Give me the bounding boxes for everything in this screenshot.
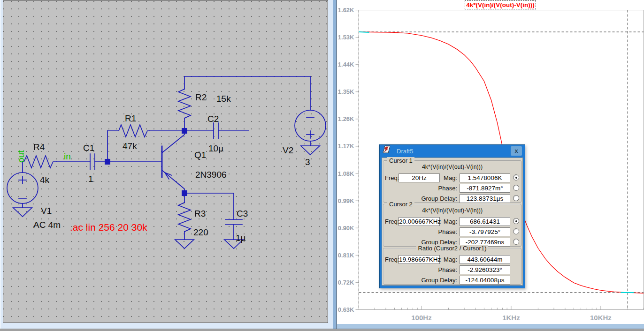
cursor1-phase-radio[interactable] (513, 185, 519, 191)
transistor-Q1-symbol[interactable] (162, 128, 184, 190)
cursor2-phase-field[interactable]: -3.797925° (460, 227, 510, 236)
capacitor-C2-symbol[interactable] (214, 123, 218, 139)
cursor2-mag-radio[interactable] (513, 218, 519, 224)
cursor2-group: Cursor 2 4k*(V(in)/(V(out)-V(in))) Freq:… (383, 204, 521, 247)
net-label-in[interactable]: in (64, 151, 71, 161)
y-tick-label: 0.81K (338, 252, 354, 259)
resistor-R2-symbol[interactable] (178, 89, 191, 118)
component-value-R4[interactable]: 4k (40, 175, 50, 185)
component-value-V1[interactable]: AC 4m (33, 220, 61, 230)
cursor2-mag-field[interactable]: 686.61431 (460, 217, 510, 226)
resistor-R3-symbol[interactable] (178, 203, 191, 232)
y-tick-label: 1.17K (338, 143, 354, 150)
y-tick-label: 0.72K (338, 279, 354, 286)
y-tick-label: 1.08K (338, 170, 354, 177)
cursor2-phase-radio[interactable] (513, 228, 519, 234)
freq-label: Freq: (385, 255, 397, 264)
y-tick-label: 0.99K (338, 197, 354, 204)
x-tick-label: 1KHz (502, 314, 520, 322)
cursor1-legend: Cursor 1 (387, 157, 414, 164)
capacitor-C3-symbol[interactable] (225, 219, 242, 225)
cursor1-marker[interactable] (359, 32, 369, 32)
cursor1-phase-field[interactable]: -871.8927m° (460, 184, 510, 193)
dialog-titlebar[interactable]: Draft5 x (382, 145, 523, 158)
voltage-source-V2-symbol[interactable] (295, 110, 326, 141)
y-tick-label: 1.35K (338, 88, 354, 95)
x-tick-label: 10KHz (590, 314, 612, 322)
pane-divider[interactable] (333, 0, 337, 329)
y-tick-label: 0.90K (338, 225, 354, 232)
freq-label: Freq: (385, 173, 397, 182)
dialog-title: Draft5 (397, 148, 413, 155)
group-delay-label: Group Delay: (402, 276, 457, 285)
component-ref-R4[interactable]: R4 (33, 142, 45, 152)
y-tick-label: 0.63K (338, 306, 354, 313)
y-tick-label: 1.44K (338, 61, 354, 68)
schematic-canvas[interactable]: outR44kinC11V1AC 4m.ac lin 256 20 30kR14… (3, 0, 328, 323)
resistor-R4-symbol[interactable] (23, 156, 57, 168)
resistor-R1-symbol[interactable] (107, 125, 150, 137)
ratio-legend: Ratio (Cursor2 / Cursor1) (416, 245, 489, 252)
cursor1-group: Cursor 1 4k*(V(in)/(V(out)-V(in))) Freq:… (383, 160, 521, 203)
cursor1-group-delay-field[interactable]: 123.83731µs (460, 194, 510, 203)
ground-symbol-r3[interactable] (175, 240, 194, 248)
y-tick-label: 1.62K (338, 7, 354, 14)
junction-collector-node[interactable] (182, 128, 187, 134)
y-tick-label: 1.26K (338, 115, 354, 122)
cursor2-group-delay-radio[interactable] (513, 239, 519, 245)
component-value-C1[interactable]: 1 (88, 174, 93, 184)
plot-trace-title[interactable]: 4k*(V(in)/(V(out)-V(in))) (465, 0, 536, 9)
ground-symbol-v2[interactable] (301, 146, 320, 155)
ratio-phase-field[interactable]: -2.9260323° (460, 265, 510, 274)
phase-label: Phase: (402, 227, 457, 236)
schematic-window-frame: outR44kinC11V1AC 4m.ac lin 256 20 30kR14… (0, 0, 328, 329)
component-value-R1[interactable]: 47k (123, 141, 137, 151)
dialog-content: Cursor 1 4k*(V(in)/(V(out)-V(in))) Freq:… (382, 158, 523, 286)
ratio-group-delay-field[interactable]: -124.04008µs (460, 276, 510, 285)
component-value-R3[interactable]: 220 (193, 227, 208, 237)
component-ref-C3[interactable]: C3 (237, 209, 248, 218)
component-value-C3[interactable]: 1µ (236, 233, 246, 243)
component-ref-C1[interactable]: C1 (83, 143, 94, 153)
pane-divider-light (328, 0, 333, 329)
waveform-pane[interactable]: 1.62K1.53K1.44K1.35K1.26K1.17K1.08K0.99K… (337, 0, 644, 323)
ltspice-window: outR44kinC11V1AC 4m.ac lin 256 20 30kR14… (0, 0, 644, 331)
voltage-source-V1-symbol[interactable] (7, 173, 38, 203)
component-ref-R3[interactable]: R3 (194, 209, 206, 218)
component-ref-C2[interactable]: C2 (207, 114, 219, 124)
mag-label: Mag: (402, 255, 457, 264)
x-tick-label: 100Hz (411, 314, 431, 322)
schematic-drawing[interactable]: outR44kinC11V1AC 4m.ac lin 256 20 30kR14… (3, 0, 328, 322)
ltspice-icon (382, 145, 391, 154)
freq-label: Freq: (385, 217, 397, 226)
component-ref-R2[interactable]: R2 (195, 92, 207, 102)
junction-base-node[interactable] (105, 159, 110, 165)
cursor1-mag-radio[interactable] (513, 174, 519, 181)
component-value-V2[interactable]: 3 (305, 157, 310, 167)
component-ref-V1[interactable]: V1 (41, 206, 52, 216)
dialog-close-button[interactable]: x (511, 146, 522, 156)
component-value-C2[interactable]: 10µ (208, 143, 223, 153)
ratio-group: Ratio (Cursor2 / Cursor1) Freq: 19.98666… (383, 248, 521, 285)
phase-label: Phase: (402, 184, 457, 193)
mag-label: Mag: (402, 173, 457, 182)
net-label-out[interactable]: out (16, 150, 26, 163)
capacitor-C1-symbol[interactable] (90, 154, 95, 170)
component-value-R2[interactable]: 15k (216, 94, 231, 104)
cursor2-expression: 4k*(V(in)/(V(out)-V(in))) (383, 207, 521, 214)
mag-label: Mag: (402, 217, 457, 226)
spice-directive[interactable]: .ac lin 256 20 30k (70, 222, 147, 233)
ratio-mag-field[interactable]: 443.60644m (460, 255, 510, 264)
ground-symbol-v1[interactable] (13, 208, 32, 217)
component-ref-R1[interactable]: R1 (125, 113, 136, 123)
y-tick-label: 1.53K (338, 34, 354, 41)
phase-label: Phase: (402, 265, 457, 274)
component-ref-V2[interactable]: V2 (283, 145, 293, 155)
cursor-dialog[interactable]: Draft5 x Cursor 1 4k*(V(in)/(V(out)-V(in… (379, 144, 525, 288)
component-ref-Q1[interactable]: Q1 (194, 150, 206, 160)
cursor1-mag-field[interactable]: 1.5478006K (460, 173, 510, 182)
waveform-window-bottom-frame (337, 323, 644, 329)
cursor1-group-delay-radio[interactable] (513, 195, 519, 201)
component-value-Q1[interactable]: 2N3906 (195, 170, 227, 180)
junction-emitter-node[interactable] (182, 190, 187, 196)
